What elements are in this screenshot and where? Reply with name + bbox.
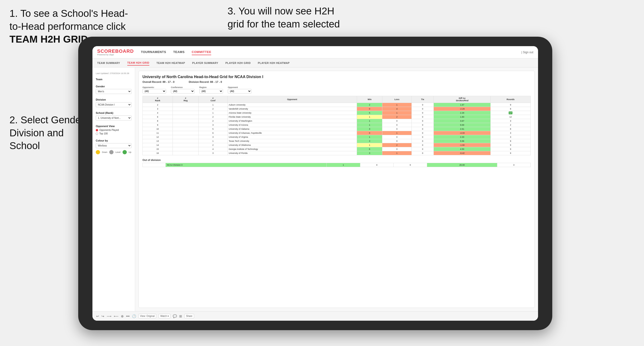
cell-win: 5 — [357, 111, 382, 115]
gender-section: Gender Men's — [96, 85, 132, 94]
col-rounds: Rounds — [491, 96, 531, 103]
sign-out-link[interactable]: | Sign out — [522, 51, 533, 54]
layout-icon[interactable]: ⊞ — [179, 314, 182, 318]
cell-rank: 8 — [143, 119, 173, 123]
cell-win: 1 — [357, 119, 382, 123]
cell-opponent: University of Florida — [227, 151, 357, 155]
cell-opponent: Arizona State University — [227, 111, 357, 115]
nav-committee[interactable]: COMMITTEE — [192, 49, 212, 55]
cell-rank: 4 — [143, 111, 173, 115]
cell-diff: -4.33 — [434, 131, 491, 135]
cell-opponent: Texas Tech University — [227, 139, 357, 143]
radio-opponents-played[interactable]: Opponents Played — [96, 129, 132, 131]
conference-filter-select[interactable]: (All) — [171, 89, 194, 93]
out-of-division-row: NCAA Division II 1 0 0 26.00 3 — [143, 163, 531, 167]
gender-select[interactable]: Men's — [96, 89, 132, 94]
ellipsis-icon[interactable]: ••• — [126, 314, 130, 318]
team-section: Team — [96, 78, 132, 81]
cell-reg — [173, 143, 199, 147]
col-diff: Diff AvStrokes/Rnd — [434, 96, 491, 103]
table-row: 4 1 Arizona State University 5 1 0 2.29 … — [143, 111, 531, 115]
cell-reg — [173, 139, 199, 143]
cell-rounds: 9 — [491, 139, 531, 143]
subnav-player-h2h-heatmap[interactable]: PLAYER H2H HEATMAP — [258, 61, 290, 65]
cell-win: 6 — [357, 147, 382, 151]
view-original-btn[interactable]: View: Original — [138, 314, 156, 318]
col-opponent: Opponent — [227, 96, 357, 103]
cell-rounds: 2 — [491, 123, 531, 127]
subnav-team-summary[interactable]: TEAM SUMMARY — [97, 61, 120, 65]
filter-opponents: Opponents: (All) — [142, 86, 166, 93]
nav-teams[interactable]: TEAMS — [173, 49, 185, 55]
radio-dot-top100 — [96, 133, 98, 135]
out-div-rounds: 3 — [497, 163, 530, 167]
cell-tie: 0 — [412, 119, 434, 123]
opponent-filter-select[interactable]: (All) — [228, 89, 252, 93]
cell-loss: 2 — [382, 115, 412, 119]
col-conf: #Conf — [199, 96, 228, 103]
zoom-icon[interactable]: ⊕ — [121, 314, 124, 318]
cell-reg — [173, 119, 199, 123]
cell-reg — [173, 131, 199, 135]
cell-tie: 0 — [412, 131, 434, 135]
school-select[interactable]: 1. University of Nort... — [96, 116, 132, 121]
cell-conf: 2 — [199, 115, 228, 119]
cell-rank: 2 — [143, 103, 173, 107]
grid-panel: University of North Carolina Head-to-Hea… — [138, 71, 535, 308]
opponents-filter-select[interactable]: (All) — [142, 89, 166, 93]
cell-reg — [173, 135, 199, 139]
cell-diff: -2.29 — [434, 107, 491, 111]
cell-loss: 0 — [382, 123, 412, 127]
region-filter-select[interactable]: (All) — [199, 89, 223, 93]
comment-icon[interactable]: 💬 — [173, 314, 177, 318]
out-div-diff: 26.00 — [427, 163, 497, 167]
cell-tie: 0 — [412, 151, 434, 155]
cell-conf: 3 — [199, 135, 228, 139]
cell-reg — [173, 127, 199, 131]
cell-loss: 1 — [382, 103, 412, 107]
cell-opponent: Auburn University — [227, 103, 357, 107]
division-label: Division — [96, 98, 132, 101]
forward-icon[interactable]: ⟶ — [107, 314, 112, 318]
cell-opponent: University of Virginia — [227, 135, 357, 139]
colour-select[interactable]: Win/loss — [96, 143, 132, 148]
radio-top100[interactable]: Top 100 — [96, 132, 132, 135]
subnav-team-h2h-grid[interactable]: TEAM H2H GRID — [127, 60, 149, 66]
cell-rank: 6 — [143, 115, 173, 119]
share-btn[interactable]: Share — [184, 314, 194, 318]
colour-label: Colour by — [96, 139, 132, 142]
table-row: 10 5 University of Alabama 3 0 0 2.61 8 — [143, 127, 531, 131]
cell-tie: 0 — [412, 103, 434, 107]
cell-conf: 6 — [199, 131, 228, 135]
app-nav: SCOREBOARD Powered by clippi TOURNAMENTS… — [92, 46, 538, 58]
subnav-player-h2h-grid[interactable]: PLAYER H2H GRID — [226, 61, 251, 65]
cell-opponent: University of Oklahoma — [227, 143, 357, 147]
cell-conf: 1 — [199, 111, 228, 115]
table-row: 11 6 University of Arkansas, Fayettevill… — [143, 131, 531, 135]
clock-icon[interactable]: 🕐 — [132, 314, 136, 318]
watch-btn[interactable]: Watch ▾ — [158, 314, 170, 318]
division-select[interactable]: NCAA Division I — [96, 102, 132, 107]
cell-conf: 2 — [199, 119, 228, 123]
cell-conf: 1 — [199, 139, 228, 143]
subnav-player-summary[interactable]: PLAYER SUMMARY — [192, 61, 218, 65]
cell-rank: 3 — [143, 107, 173, 111]
back-icon[interactable]: ⟵ — [114, 314, 118, 318]
out-div-tie: 0 — [394, 163, 427, 167]
table-row: 2 1 Auburn University 2 1 0 1.67 9 — [143, 103, 531, 107]
last-updated: Last Updated: 27/03/2024 16:55:38 — [96, 72, 132, 75]
cell-conf: 2 — [199, 107, 228, 111]
redo-icon[interactable]: ↪ — [102, 314, 104, 318]
cell-tie: 0 — [412, 139, 434, 143]
cell-win: 2 — [357, 103, 382, 107]
nav-tournaments[interactable]: TOURNAMENTS — [141, 49, 166, 55]
bottom-toolbar: ↩ ↪ ⟶ ⟵ ⊕ ••• 🕐 View: Original Watch ▾ 💬… — [92, 311, 538, 321]
cell-opponent: University of Arizona — [227, 123, 357, 127]
cell-rounds: 8 — [491, 107, 531, 111]
colour-legend: Down Level Up — [96, 150, 132, 154]
undo-icon[interactable]: ↩ — [96, 314, 99, 318]
cell-diff: 3.67 — [434, 119, 491, 123]
cell-win: 1 — [357, 123, 382, 127]
cell-rounds: 9 — [491, 151, 531, 155]
subnav-team-h2h-heatmap[interactable]: TEAM H2H HEATMAP — [156, 61, 185, 65]
